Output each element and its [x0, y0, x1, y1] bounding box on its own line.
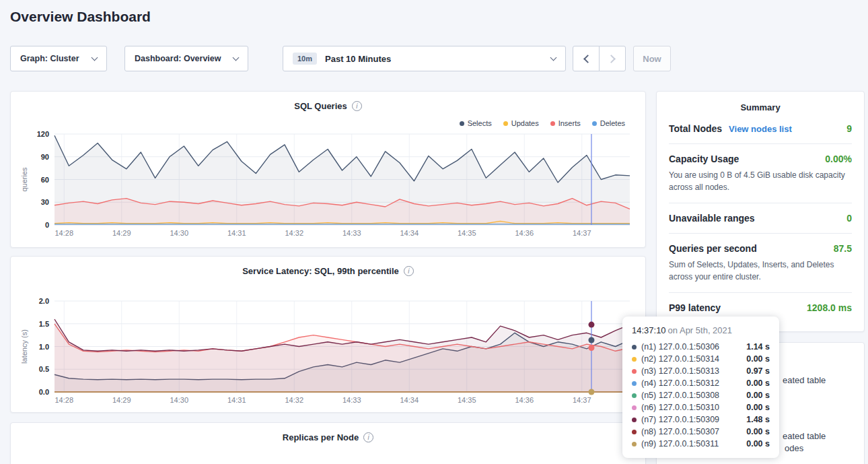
svg-text:14:36: 14:36 [515, 229, 534, 237]
tooltip-node-row: (n4) 127.0.0.1:503120.00 s [632, 377, 770, 389]
service-latency-chart[interactable]: 14:2814:2914:3014:3114:3214:3314:3414:35… [11, 292, 647, 411]
info-icon[interactable]: i [363, 432, 373, 442]
legend-dot-icon [592, 121, 597, 126]
sql-queries-chart-card: SQL Queries i SelectsUpdatesInsertsDelet… [10, 91, 646, 248]
svg-text:0.0: 0.0 [39, 388, 49, 396]
summary-title: Summary [669, 102, 852, 112]
chevron-right-icon [607, 55, 616, 63]
tooltip-node-value: 0.00 s [746, 439, 770, 449]
svg-text:14:32: 14:32 [285, 229, 303, 237]
summary-row-unavailable-ranges: Unavailable ranges 0 [669, 213, 852, 224]
tooltip-node-row: (n9) 127.0.0.1:503110.00 s [632, 438, 770, 450]
tooltip-node-label: (n9) 127.0.0.1:50311 [641, 439, 719, 449]
tooltip-node-value: 0.00 s [746, 354, 770, 364]
tooltip-node-row: (n3) 127.0.0.1:503130.97 s [632, 365, 770, 377]
time-next-button[interactable] [599, 46, 626, 71]
tooltip-node-label: (n3) 127.0.0.1:50313 [641, 366, 719, 376]
svg-text:2.0: 2.0 [39, 297, 49, 305]
dashboard-selector-dropdown[interactable]: Dashboard: Overview [124, 46, 248, 71]
svg-text:14:37: 14:37 [573, 396, 591, 404]
tooltip-node-value: 0.00 s [746, 427, 770, 436]
svg-text:14:31: 14:31 [227, 396, 246, 404]
time-prev-button[interactable] [573, 46, 600, 71]
summary-value: 9 [846, 123, 852, 134]
summary-panel: Summary Total Nodes View nodes list 9 Ca… [656, 91, 865, 332]
tooltip-date: on Apr 5th, 2021 [668, 325, 732, 335]
legend-dot-icon [550, 121, 555, 126]
node-color-dot-icon [632, 418, 637, 422]
summary-value: 1208.0 ms [807, 302, 852, 313]
svg-text:90: 90 [41, 153, 49, 161]
svg-text:60: 60 [41, 176, 49, 184]
summary-row-total-nodes: Total Nodes View nodes list 9 [669, 123, 852, 134]
tooltip-title: 14:37:10on Apr 5th, 2021 [632, 325, 770, 335]
chevron-left-icon [583, 55, 592, 63]
chart-header: SQL Queries i [11, 101, 645, 111]
summary-label: Unavailable ranges [669, 213, 755, 224]
tooltip-node-value: 0.00 s [746, 391, 770, 400]
latency-tooltip-rows: (n1) 127.0.0.1:503061.14 s(n2) 127.0.0.1… [632, 341, 770, 450]
svg-text:14:35: 14:35 [458, 396, 476, 404]
tooltip-node-label: (n7) 127.0.0.1:50309 [641, 415, 719, 424]
node-color-dot-icon [632, 430, 637, 434]
overview-dashboard-page: Overview Dashboard Graph: Cluster Dashbo… [0, 0, 868, 464]
tooltip-node-row: (n7) 127.0.0.1:503091.48 s [632, 413, 770, 426]
svg-text:14:33: 14:33 [342, 396, 361, 404]
chart-title: SQL Queries [294, 101, 347, 111]
svg-text:1.0: 1.0 [39, 343, 49, 351]
svg-text:14:33: 14:33 [342, 229, 361, 237]
summary-label: Queries per second [669, 243, 757, 254]
time-range-dropdown[interactable]: 10m Past 10 Minutes [283, 46, 566, 71]
summary-value: 0.00% [825, 154, 852, 164]
service-latency-chart-card: Service Latency: SQL, 99th percentile i … [10, 256, 646, 413]
svg-text:14:31: 14:31 [227, 229, 246, 237]
svg-text:30: 30 [41, 198, 49, 206]
event-item-text: eated table [783, 375, 826, 385]
tooltip-node-row: (n8) 127.0.0.1:503070.00 s [632, 426, 770, 438]
legend-dot-icon [460, 121, 464, 126]
chart-title: Service Latency: SQL, 99th percentile [242, 266, 399, 276]
svg-text:latency (s): latency (s) [20, 329, 28, 364]
tooltip-node-value: 0.97 s [746, 366, 770, 376]
summary-label: P99 latency [669, 302, 721, 313]
divider [669, 292, 852, 293]
latency-tooltip: 14:37:10on Apr 5th, 2021 (n1) 127.0.0.1:… [622, 317, 779, 458]
time-range-badge: 10m [293, 53, 317, 65]
sql-queries-chart[interactable]: 14:2814:2914:3014:3114:3214:3314:3414:35… [11, 127, 647, 246]
tooltip-node-value: 0.00 s [746, 403, 770, 412]
svg-text:14:28: 14:28 [55, 396, 73, 404]
svg-text:0.5: 0.5 [39, 365, 49, 373]
svg-text:120: 120 [37, 130, 49, 138]
node-color-dot-icon [632, 405, 637, 410]
tooltip-node-value: 1.14 s [746, 342, 770, 352]
tooltip-time: 14:37:10 [632, 325, 666, 335]
graph-selector-label: Graph: Cluster [20, 54, 79, 63]
svg-text:14:34: 14:34 [400, 229, 419, 237]
tooltip-node-label: (n6) 127.0.0.1:50310 [641, 403, 719, 412]
tooltip-node-label: (n5) 127.0.0.1:50308 [641, 391, 719, 400]
divider [669, 203, 852, 203]
event-item-text: odes [785, 443, 803, 453]
page-title: Overview Dashboard [10, 9, 151, 25]
chevron-down-icon [550, 54, 557, 61]
tooltip-node-row: (n1) 127.0.0.1:503061.14 s [632, 341, 770, 353]
tooltip-node-row: (n5) 127.0.0.1:503080.00 s [632, 389, 770, 401]
view-nodes-list-link[interactable]: View nodes list [729, 124, 792, 134]
tooltip-node-value: 1.48 s [746, 415, 770, 424]
svg-text:14:34: 14:34 [400, 396, 419, 404]
summary-row-capacity: Capacity Usage 0.00% You are using 0 B o… [669, 154, 852, 193]
graph-selector-dropdown[interactable]: Graph: Cluster [10, 46, 107, 71]
info-icon[interactable]: i [404, 266, 414, 276]
chart-header: Service Latency: SQL, 99th percentile i [11, 266, 645, 276]
summary-value: 87.5 [834, 243, 852, 254]
tooltip-node-label: (n2) 127.0.0.1:50314 [641, 354, 719, 364]
chart-header: Replicas per Node i [11, 432, 645, 442]
svg-text:14:30: 14:30 [170, 396, 188, 404]
svg-text:14:29: 14:29 [112, 396, 131, 404]
info-icon[interactable]: i [352, 101, 362, 111]
legend-dot-icon [503, 121, 508, 126]
node-color-dot-icon [632, 357, 637, 362]
summary-description: You are using 0 B of 4.5 GiB usable disk… [669, 169, 852, 193]
now-button[interactable]: Now [633, 46, 671, 71]
event-item-text: eated table [783, 431, 826, 441]
